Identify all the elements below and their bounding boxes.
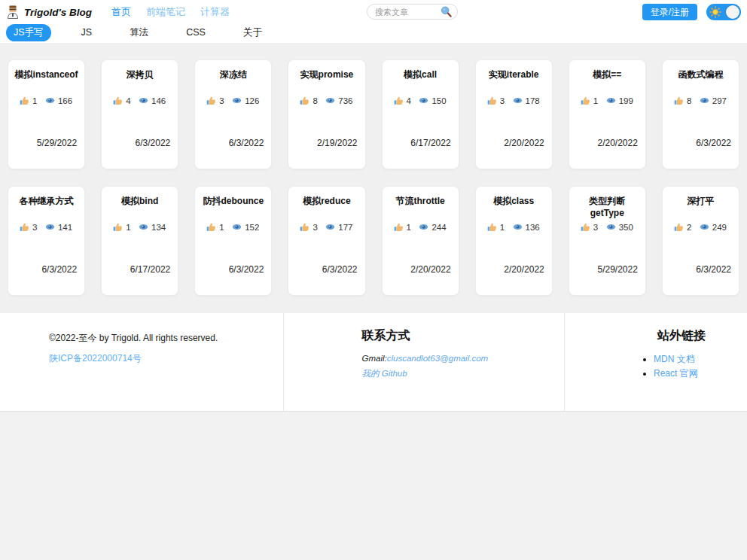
brand[interactable]: Trigold's Blog xyxy=(6,5,92,19)
nav-link[interactable]: 首页 xyxy=(111,5,131,19)
view-stat: 199 xyxy=(606,96,633,105)
like-count: 2 xyxy=(687,223,691,232)
icp-license-link[interactable]: 陕ICP备2022000714号 xyxy=(49,352,142,365)
card-title: 节流throttle xyxy=(389,195,453,220)
card-title: 模拟bind xyxy=(108,195,172,220)
external-links-list: MDN 文档 React 官网 xyxy=(654,353,723,380)
card-date: 2/19/2022 xyxy=(317,138,357,148)
article-card[interactable]: 模拟call 4 xyxy=(382,59,459,169)
external-link[interactable]: React 官网 xyxy=(654,368,698,379)
category-tab[interactable]: 关于 xyxy=(236,24,270,41)
thumb-up-icon xyxy=(487,96,497,105)
card-date: 6/3/2022 xyxy=(696,264,731,275)
nav-link[interactable]: 前端笔记 xyxy=(146,5,185,19)
card-title: 模拟class xyxy=(482,195,546,220)
card-stats: 1 152 xyxy=(201,222,265,232)
nav-link[interactable]: 计算器 xyxy=(200,5,230,19)
like-stat: 3 xyxy=(300,222,317,232)
like-stat: 1 xyxy=(20,96,37,105)
copyright-text: ©2022-至今 by Trigold. All rights reserved… xyxy=(49,332,283,345)
like-count: 1 xyxy=(407,223,411,232)
like-stat: 1 xyxy=(113,222,130,232)
like-stat: 8 xyxy=(674,96,691,105)
like-stat: 3 xyxy=(20,222,37,232)
eye-icon xyxy=(325,96,335,105)
card-date: 6/17/2022 xyxy=(130,264,170,275)
thumb-up-icon xyxy=(300,222,309,232)
thumb-up-icon xyxy=(674,222,684,232)
like-count: 8 xyxy=(313,96,317,105)
eye-icon xyxy=(325,222,335,232)
article-card[interactable]: 模拟bind 1 xyxy=(101,186,178,296)
like-count: 4 xyxy=(126,96,130,105)
like-count: 1 xyxy=(219,223,224,232)
footer-copyright-col: ©2022-至今 by Trigold. All rights reserved… xyxy=(0,313,284,411)
like-stat: 3 xyxy=(581,222,598,232)
sun-icon xyxy=(709,6,721,18)
external-link-item: MDN 文档 xyxy=(654,353,723,366)
article-card[interactable]: 函数式编程 8 xyxy=(662,59,739,169)
category-tabs: JS手写 JS 算法 CSS 关于 xyxy=(0,24,747,43)
gmail-link[interactable]: cluscandlot63@gmail.com xyxy=(387,354,488,363)
like-stat: 1 xyxy=(394,222,411,232)
card-title: 各种继承方式 xyxy=(14,195,78,220)
article-card[interactable]: 模拟instanceof 1 xyxy=(8,59,85,169)
like-count: 4 xyxy=(407,96,411,105)
view-count: 244 xyxy=(431,223,446,232)
theme-toggle[interactable] xyxy=(706,4,741,20)
gmail-line: Gmail:cluscandlot63@gmail.com xyxy=(362,354,486,363)
pixel-avatar-icon xyxy=(6,5,20,19)
article-card[interactable]: 类型判断getType 3 xyxy=(569,186,646,296)
card-title: 函数式编程 xyxy=(669,68,733,93)
category-tab[interactable]: JS手写 xyxy=(6,24,51,41)
search-box xyxy=(367,4,458,20)
article-card[interactable]: 深拷贝 4 xyxy=(101,59,178,169)
site-title: Trigold's Blog xyxy=(24,7,92,18)
category-tab[interactable]: 算法 xyxy=(122,24,156,41)
card-title: 深打平 xyxy=(669,195,733,220)
category-tab[interactable]: CSS xyxy=(178,25,213,40)
view-count: 136 xyxy=(526,223,540,232)
like-stat: 8 xyxy=(300,96,317,105)
view-stat: 146 xyxy=(139,96,166,105)
card-stats: 4 150 xyxy=(389,96,453,105)
view-count: 126 xyxy=(245,96,259,105)
category-tab[interactable]: JS xyxy=(74,25,100,40)
card-date: 2/20/2022 xyxy=(597,138,637,148)
view-count: 141 xyxy=(58,223,72,232)
article-card[interactable]: 模拟reduce 3 xyxy=(288,186,365,296)
login-register-button[interactable]: 登录/注册 xyxy=(642,4,697,20)
page: Trigold's Blog 首页 前端笔记 计算器 登录/注册 xyxy=(0,0,747,560)
card-stats: 1 166 xyxy=(14,96,78,105)
article-card[interactable]: 深打平 2 xyxy=(662,186,739,296)
like-count: 1 xyxy=(32,96,37,105)
eye-icon xyxy=(606,222,616,232)
view-stat: 136 xyxy=(513,222,540,232)
article-card[interactable]: 各种继承方式 3 xyxy=(8,186,85,296)
view-count: 177 xyxy=(338,223,352,232)
article-card[interactable]: 节流throttle 1 xyxy=(382,186,459,296)
github-line: 我的 Github xyxy=(362,368,486,379)
article-card[interactable]: 模拟== 1 xyxy=(569,59,646,169)
eye-icon xyxy=(700,96,709,105)
github-link[interactable]: 我的 Github xyxy=(362,369,407,378)
thumb-up-icon xyxy=(394,96,404,105)
card-stats: 8 297 xyxy=(669,96,733,105)
view-stat: 177 xyxy=(325,222,352,232)
external-link[interactable]: MDN 文档 xyxy=(654,354,695,364)
article-card[interactable]: 模拟class 1 xyxy=(475,186,553,296)
article-card[interactable]: 实现iterable 3 xyxy=(475,59,553,169)
article-card[interactable]: 深冻结 3 xyxy=(194,59,272,169)
header-actions: 登录/注册 xyxy=(642,4,741,20)
thumb-up-icon xyxy=(674,96,684,105)
eye-icon xyxy=(139,96,148,105)
magnifier-icon[interactable] xyxy=(440,5,453,18)
article-card[interactable]: 防抖debounce 1 xyxy=(194,186,272,296)
article-card[interactable]: 实现promise 8 xyxy=(288,59,365,169)
eye-icon xyxy=(45,96,55,105)
footer: ©2022-至今 by Trigold. All rights reserved… xyxy=(0,313,747,411)
card-stats: 3 126 xyxy=(201,96,265,105)
eye-icon xyxy=(232,222,242,232)
card-title: 模拟== xyxy=(575,68,639,93)
eye-icon xyxy=(419,96,428,105)
